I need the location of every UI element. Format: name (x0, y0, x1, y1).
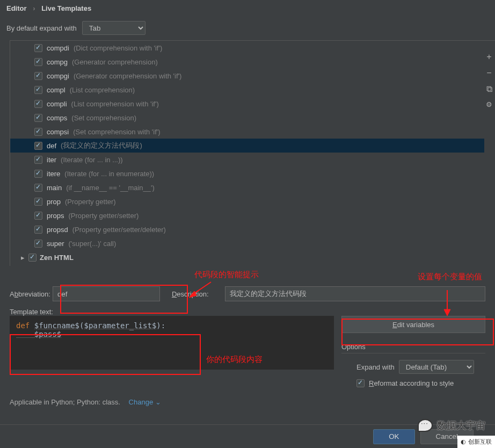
template-item-main[interactable]: main (if __name__ == '__main__') (10, 180, 484, 194)
change-contexts-link[interactable]: Change (129, 398, 161, 406)
expand-with-option-label: Expand with (356, 363, 395, 371)
template-name: iter (47, 156, 56, 164)
copy-icon[interactable]: ⧉ (486, 84, 492, 94)
applicable-contexts: Applicable in Python; Python: class. (10, 398, 120, 406)
expand-with-select[interactable]: Tab (82, 21, 145, 35)
template-desc: (if __name__ == '__main__') (66, 184, 155, 192)
template-desc: (Generator comprehension) (72, 58, 158, 66)
template-desc: (Generator comprehension with 'if') (74, 72, 182, 80)
ok-button[interactable]: OK (373, 429, 414, 444)
template-name: prop (47, 198, 61, 206)
template-desc: (Iterate (for ... in ...)) (61, 156, 123, 164)
watermark-corner: ◐ 创新互联 (457, 436, 495, 448)
template-item-propsd[interactable]: propsd (Property getter/setter/deleter) (10, 222, 484, 236)
expand-icon[interactable]: ▸ (20, 254, 25, 262)
template-item-compg[interactable]: compg (Generator comprehension) (10, 55, 484, 69)
template-checkbox[interactable] (34, 212, 42, 220)
wechat-icon (418, 419, 433, 432)
template-checkbox[interactable] (34, 100, 42, 108)
template-item-itere[interactable]: itere (Iterate (for ... in enumerate)) (10, 167, 484, 180)
expand-with-label: By default expand with (6, 24, 77, 32)
breadcrumb-editor[interactable]: Editor (6, 4, 27, 12)
template-desc: (Iterate (for ... in enumerate)) (64, 170, 154, 178)
template-item-props[interactable]: props (Property getter/setter) (10, 208, 484, 222)
template-name: compl (47, 86, 65, 94)
breadcrumb: Editor › Live Templates (0, 0, 495, 19)
template-group-zen-html[interactable]: ▸Zen HTML (10, 250, 484, 264)
logo-icon: ◐ (461, 438, 466, 445)
template-text-editor[interactable]: def $funcname$($parameter_list$): $pass$ (10, 316, 334, 370)
template-desc: (List comprehension with 'if') (71, 100, 159, 108)
add-icon[interactable]: + (486, 52, 491, 62)
template-name: propsd (47, 226, 68, 234)
template-name: compgi (47, 72, 69, 80)
expand-with-option-select[interactable]: Default (Tab) (399, 360, 474, 374)
template-name: props (47, 212, 64, 220)
template-checkbox[interactable] (34, 44, 42, 52)
template-desc: (Property getter) (65, 198, 116, 206)
group-label: Zen HTML (40, 254, 74, 262)
breadcrumb-sep: › (33, 4, 35, 12)
reformat-checkbox[interactable] (356, 379, 365, 387)
template-name: itere (47, 170, 60, 178)
abbreviation-label: Abbreviation: (10, 290, 50, 298)
template-checkbox[interactable] (34, 86, 42, 94)
settings-icon[interactable]: ⚙ (486, 100, 492, 109)
template-checkbox[interactable] (34, 156, 42, 164)
abbreviation-input[interactable] (53, 286, 160, 301)
template-checkbox[interactable] (34, 72, 42, 80)
template-checkbox[interactable] (34, 170, 42, 178)
template-checkbox[interactable] (34, 58, 42, 66)
template-desc: (Set comprehension) (71, 114, 136, 122)
template-checkbox[interactable] (34, 184, 42, 192)
template-desc: (Dict comprehension with 'if') (74, 44, 162, 52)
template-item-super[interactable]: super ('super(...)' call) (10, 236, 484, 250)
template-checkbox[interactable] (34, 240, 42, 248)
template-desc: (我定义的定义方法代码段) (61, 141, 142, 150)
edit-variables-button[interactable]: Edit variables (341, 316, 485, 333)
watermark: 数据大宇宙 (418, 419, 485, 432)
template-checkbox[interactable] (34, 128, 42, 136)
template-checkbox[interactable] (34, 226, 42, 234)
remove-icon[interactable]: − (486, 68, 491, 78)
group-checkbox[interactable] (28, 254, 37, 262)
template-name: compsi (47, 128, 69, 136)
options-label: Options (341, 343, 485, 351)
template-name: main (47, 184, 62, 192)
template-item-compgi[interactable]: compgi (Generator comprehension with 'if… (10, 69, 484, 83)
template-desc: (List comprehension) (70, 86, 135, 94)
template-desc: (Property getter/setter/deleter) (72, 226, 166, 234)
template-item-prop[interactable]: prop (Property getter) (10, 194, 484, 208)
template-desc: (Set comprehension with 'if') (73, 128, 160, 136)
template-name: compg (47, 58, 68, 66)
template-name: comps (47, 114, 67, 122)
template-item-compdi[interactable]: compdi (Dict comprehension with 'if') (10, 41, 484, 55)
template-item-iter[interactable]: iter (Iterate (for ... in ...)) (10, 153, 484, 167)
template-item-compsi[interactable]: compsi (Set comprehension with 'if') (10, 125, 484, 139)
template-item-compli[interactable]: compli (List comprehension with 'if') (10, 97, 484, 111)
template-checkbox[interactable] (34, 198, 42, 206)
breadcrumb-live-templates[interactable]: Live Templates (41, 4, 91, 12)
template-name: compli (47, 100, 67, 108)
template-desc: (Property getter/setter) (69, 212, 139, 220)
template-item-def[interactable]: def (我定义的定义方法代码段) (10, 139, 484, 153)
template-name: super (47, 240, 64, 248)
template-text-label: Template text: (10, 308, 485, 316)
templates-list[interactable]: compdi (Dict comprehension with 'if')com… (10, 40, 495, 266)
reformat-label: Reformat according to style (369, 379, 454, 387)
template-checkbox[interactable] (34, 114, 42, 122)
description-label: Description: (172, 290, 209, 298)
template-item-compl[interactable]: compl (List comprehension) (10, 83, 484, 97)
description-input[interactable] (225, 286, 485, 301)
template-desc: ('super(...)' call) (69, 240, 117, 248)
template-checkbox[interactable] (34, 142, 42, 150)
template-name: def (47, 142, 56, 150)
template-item-comps[interactable]: comps (Set comprehension) (10, 111, 484, 125)
template-name: compdi (47, 44, 69, 52)
